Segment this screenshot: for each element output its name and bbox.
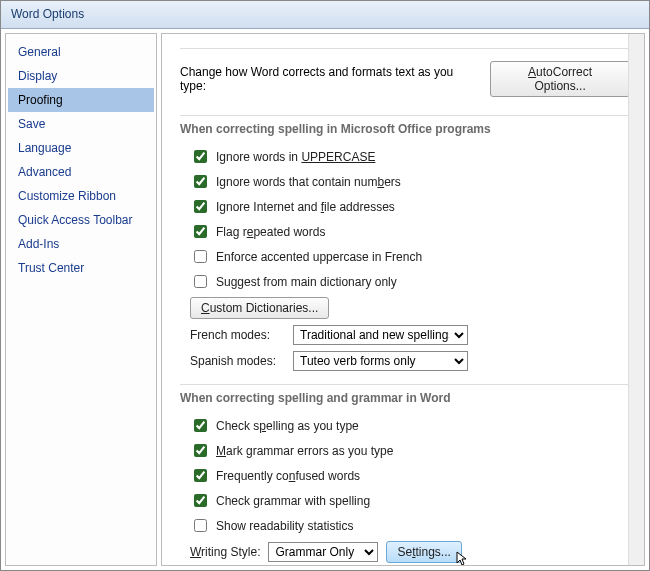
content-panel: Change how Word corrects and formats tex… xyxy=(161,33,645,566)
check-grammar-spelling-label: Check grammar with spelling xyxy=(216,494,370,508)
freq-confused-checkbox[interactable] xyxy=(194,469,207,482)
flag-repeated-checkbox[interactable] xyxy=(194,225,207,238)
titlebar: Word Options xyxy=(1,1,649,29)
sidebar-item-display[interactable]: Display xyxy=(8,64,154,88)
freq-confused-label: Frequently confused words xyxy=(216,469,360,483)
sidebar-item-advanced[interactable]: Advanced xyxy=(8,160,154,184)
scrollbar[interactable] xyxy=(628,34,644,565)
writing-style-label: Writing Style: xyxy=(190,545,260,559)
word-options-window: Word Options General Display Proofing Sa… xyxy=(0,0,650,571)
suggest-main-dict-label: Suggest from main dictionary only xyxy=(216,275,397,289)
section-spelling-word-head: When correcting spelling and grammar in … xyxy=(180,387,630,413)
check-spelling-type-label: Check spelling as you type xyxy=(216,419,359,433)
ignore-uppercase-checkbox[interactable] xyxy=(194,150,207,163)
ignore-numbers-label: Ignore words that contain numbers xyxy=(216,175,401,189)
spanish-modes-select[interactable]: Tuteo verb forms only xyxy=(293,351,468,371)
readability-label: Show readability statistics xyxy=(216,519,353,533)
autocorrect-options-button[interactable]: AutoCorrect Options... xyxy=(490,61,630,97)
section-spelling-office-head: When correcting spelling in Microsoft Of… xyxy=(180,118,630,144)
french-modes-label: French modes: xyxy=(190,328,285,342)
settings-button[interactable]: Settings... xyxy=(386,541,461,563)
enforce-accented-label: Enforce accented uppercase in French xyxy=(216,250,422,264)
category-sidebar: General Display Proofing Save Language A… xyxy=(5,33,157,566)
intro-text: Change how Word corrects and formats tex… xyxy=(180,65,480,93)
sidebar-item-quick-access[interactable]: Quick Access Toolbar xyxy=(8,208,154,232)
sidebar-item-customize-ribbon[interactable]: Customize Ribbon xyxy=(8,184,154,208)
french-modes-select[interactable]: Traditional and new spellings xyxy=(293,325,468,345)
mark-grammar-checkbox[interactable] xyxy=(194,444,207,457)
spanish-modes-label: Spanish modes: xyxy=(190,354,285,368)
window-title: Word Options xyxy=(11,7,84,21)
ignore-internet-checkbox[interactable] xyxy=(194,200,207,213)
enforce-accented-checkbox[interactable] xyxy=(194,250,207,263)
flag-repeated-label: Flag repeated words xyxy=(216,225,325,239)
sidebar-item-save[interactable]: Save xyxy=(8,112,154,136)
mark-grammar-label: Mark grammar errors as you type xyxy=(216,444,393,458)
readability-checkbox[interactable] xyxy=(194,519,207,532)
custom-dictionaries-button[interactable]: Custom Dictionaries... xyxy=(190,297,329,319)
dialog-body: General Display Proofing Save Language A… xyxy=(1,29,649,570)
ignore-internet-label: Ignore Internet and file addresses xyxy=(216,200,395,214)
ignore-uppercase-label: Ignore words in UPPERCASE xyxy=(216,150,375,164)
writing-style-select[interactable]: Grammar Only xyxy=(268,542,378,562)
sidebar-item-language[interactable]: Language xyxy=(8,136,154,160)
sidebar-item-add-ins[interactable]: Add-Ins xyxy=(8,232,154,256)
sidebar-item-trust-center[interactable]: Trust Center xyxy=(8,256,154,280)
suggest-main-dict-checkbox[interactable] xyxy=(194,275,207,288)
ignore-numbers-checkbox[interactable] xyxy=(194,175,207,188)
check-spelling-type-checkbox[interactable] xyxy=(194,419,207,432)
sidebar-item-proofing[interactable]: Proofing xyxy=(8,88,154,112)
check-grammar-spelling-checkbox[interactable] xyxy=(194,494,207,507)
sidebar-item-general[interactable]: General xyxy=(8,40,154,64)
